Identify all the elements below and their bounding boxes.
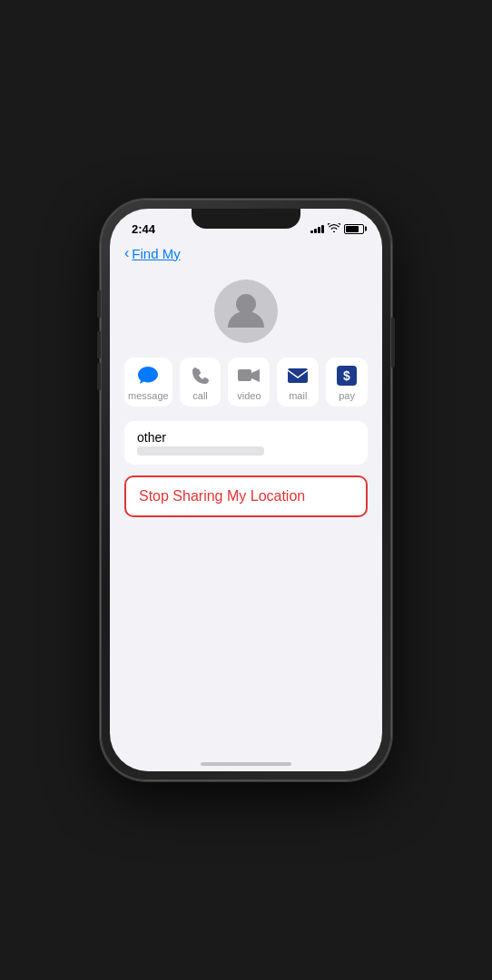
signal-icon [310,224,324,233]
message-icon [138,365,158,387]
info-section: other [124,421,368,465]
message-label: message [128,390,169,401]
phone-screen: 2:44 [110,209,382,771]
category-label: other [137,430,355,445]
svg-text:$: $ [343,368,350,383]
notch [192,209,300,229]
blurred-value [137,446,264,456]
stop-sharing-button[interactable]: Stop Sharing My Location [126,477,366,515]
status-icons [310,223,364,234]
mail-label: mail [289,390,307,401]
content-area: message call [110,358,382,517]
video-button[interactable]: video [228,358,270,407]
person-icon [222,286,270,337]
status-time: 2:44 [132,222,155,236]
call-button[interactable]: call [180,358,221,407]
call-icon [192,365,210,387]
svg-rect-2 [288,368,308,383]
avatar-section [110,269,382,358]
call-label: call [192,390,208,401]
svg-rect-1 [238,369,251,381]
video-icon [238,365,260,387]
back-button[interactable]: ‹ Find My [124,245,181,261]
pay-icon: $ [337,365,357,387]
mail-button[interactable]: mail [277,358,319,407]
back-label: Find My [132,246,180,261]
action-buttons-row: message call [124,358,368,407]
category-row: other [124,421,368,465]
phone-frame: 2:44 [101,200,391,780]
svg-point-0 [236,294,256,314]
mail-icon [288,365,308,387]
home-indicator [201,762,291,766]
avatar [214,279,278,343]
stop-sharing-section: Stop Sharing My Location [124,475,368,517]
wifi-icon [328,223,340,234]
nav-bar: ‹ Find My [110,241,382,269]
message-button[interactable]: message [124,358,172,407]
pay-button[interactable]: $ pay [326,358,368,407]
back-chevron-icon: ‹ [124,245,129,261]
battery-icon [344,224,364,234]
pay-label: pay [339,390,355,401]
video-label: video [237,390,261,401]
